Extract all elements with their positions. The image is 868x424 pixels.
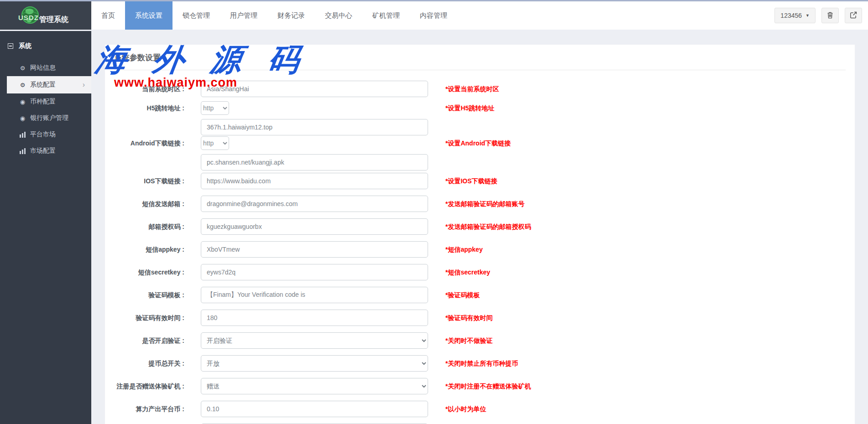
admin-page: USDZ 管理系统 首页系统设置锁仓管理用户管理财务记录交易中心矿机管理内容管理… [0,0,868,424]
field-hint: *验证码模板 [445,287,480,303]
field-hint: *设置IOS下载链接 [445,173,497,189]
field-controls [201,264,428,280]
field-hint: *验证码有效时间 [445,310,492,326]
circle-dot-icon: ◉ [19,98,26,105]
sidebar-item-币种配置[interactable]: ◉币种配置 [0,93,91,110]
field-hint: *设置当前系统时区 [445,81,499,97]
field-input[interactable] [201,401,428,417]
sidebar-item-系统配置[interactable]: ⚙系统配置› [7,76,91,93]
trash-icon [826,11,834,20]
sidebar-item-网站信息[interactable]: ⚙网站信息 [0,60,91,76]
field-controls [201,241,428,258]
sidebar-section-label: 系统 [19,42,31,50]
trash-button[interactable] [821,8,839,23]
field-label: IOS下载链接 : [114,173,192,189]
field-label: 短信secretkey : [114,264,192,280]
form-row: 邮箱授权码 :*发送邮箱验证码的邮箱授权码 [114,218,846,235]
form-row: 提币总开关 :开放*关闭时禁止所有币种提币 [114,355,846,372]
topbar-right: 123456 ▼ [774,1,868,30]
form-row: 注册是否赠送体验矿机 :赠送*关闭时注册不在赠送体验矿机 [114,378,846,394]
field-label: H5跳转地址 : [114,101,192,115]
field-controls: 赠送 [201,378,428,394]
sidebar: 系统 ⚙网站信息⚙系统配置›◉币种配置◉银行账户管理平台市场市场配置 [0,31,91,424]
form-row: 验证码有效时间 :*验证码有效时间 [114,310,846,326]
sidebar-menu: ⚙网站信息⚙系统配置›◉币种配置◉银行账户管理平台市场市场配置 [0,60,91,159]
user-menu-button[interactable]: 123456 ▼ [774,8,816,23]
nav-item-财务记录[interactable]: 财务记录 [267,1,315,30]
field-label: Android下载链接 : [114,136,192,150]
nav-item-内容管理[interactable]: 内容管理 [410,1,457,30]
form-row: IOS下载链接 :*设置IOS下载链接 [114,173,846,189]
logout-icon [850,11,857,20]
sidebar-item-label: 平台市场 [30,130,56,139]
caret-down-icon: ▼ [805,13,810,18]
sidebar-item-市场配置[interactable]: 市场配置 [0,143,91,159]
top-nav: 首页系统设置锁仓管理用户管理财务记录交易中心矿机管理内容管理 [91,1,457,30]
bar-chart-icon [19,148,26,154]
sidebar-item-label: 网站信息 [30,64,56,72]
form-row: 当前系统时区 :*设置当前系统时区 [114,81,846,97]
sidebar-item-label: 币种配置 [30,98,56,106]
minus-square-icon [8,43,13,49]
nav-item-矿机管理[interactable]: 矿机管理 [362,1,410,30]
field-input[interactable] [201,81,428,97]
field-label: 验证码模板 : [114,287,192,303]
field-select[interactable]: 开启验证 [201,332,428,349]
field-input[interactable] [201,264,428,280]
nav-item-用户管理[interactable]: 用户管理 [220,1,267,30]
sidebar-item-label: 市场配置 [30,147,56,155]
bar-chart-icon [19,132,26,138]
nav-item-系统设置[interactable]: 系统设置 [125,1,173,30]
field-input[interactable] [201,173,428,189]
field-controls [201,173,428,189]
form-row: 是否开启验证 :开启验证*关闭时不做验证 [114,332,846,349]
field-input[interactable] [201,119,428,135]
field-input[interactable] [201,241,428,258]
field-label: 提币总开关 : [114,355,192,372]
field-label: 是否开启验证 : [114,332,192,349]
form-row: 验证码模板 :*验证码模板 [114,287,846,303]
field-hint: *关闭时禁止所有币种提币 [445,355,518,372]
field-hint: *设置H5跳转地址 [445,101,494,115]
logout-button[interactable] [845,8,862,23]
sidebar-item-银行账户管理[interactable]: ◉银行账户管理 [0,110,91,126]
field-label: 邮箱授权码 : [114,218,192,235]
circle-dot-icon: ◉ [19,115,26,122]
field-input[interactable] [201,287,428,303]
sidebar-item-平台市场[interactable]: 平台市场 [0,126,91,143]
form-row: Android下载链接 :http*设置Android下载链接 [114,136,846,171]
field-controls: http [201,101,428,135]
form-row: 算力产出平台币 :*以小时为单位 [114,401,846,417]
field-input[interactable] [201,196,428,212]
gear-icon: ⚙ [19,82,26,88]
field-controls [201,81,428,97]
protocol-select[interactable]: http [201,136,229,150]
sidebar-item-label: 系统配置 [30,81,56,89]
field-select[interactable]: 赠送 [201,378,428,394]
field-input[interactable] [201,218,428,235]
settings-card: 系统参数设置 当前系统时区 :*设置当前系统时区H5跳转地址 :http*设置H… [105,45,855,424]
field-controls: 开启验证 [201,332,428,349]
nav-item-锁仓管理[interactable]: 锁仓管理 [173,1,220,30]
field-hint: *关闭时不做验证 [445,332,492,349]
nav-item-首页[interactable]: 首页 [91,1,125,30]
field-hint: *短信appkey [445,241,483,258]
brand-logo: USDZ 管理系统 [0,1,91,30]
field-controls [201,218,428,235]
chevron-right-icon: › [83,81,85,88]
field-label: 短信发送邮箱 : [114,196,192,212]
field-input[interactable] [201,154,428,171]
main-area: 系统参数设置 当前系统时区 :*设置当前系统时区H5跳转地址 :http*设置H… [91,31,868,424]
protocol-select[interactable]: http [201,101,229,115]
sidebar-section-system[interactable]: 系统 [0,31,91,50]
field-label: 注册是否赠送体验矿机 : [114,378,192,394]
field-hint: *关闭时注册不在赠送体验矿机 [445,378,531,394]
field-controls [201,310,428,326]
nav-item-交易中心[interactable]: 交易中心 [315,1,362,30]
page-title: 系统参数设置 [114,45,846,63]
field-input[interactable] [201,310,428,326]
topbar: USDZ 管理系统 首页系统设置锁仓管理用户管理财务记录交易中心矿机管理内容管理… [0,1,868,30]
form-row: 短信发送邮箱 :*发送邮箱验证码的邮箱账号 [114,196,846,212]
form-row: 短信appkey :*短信appkey [114,241,846,258]
field-select[interactable]: 开放 [201,355,428,372]
